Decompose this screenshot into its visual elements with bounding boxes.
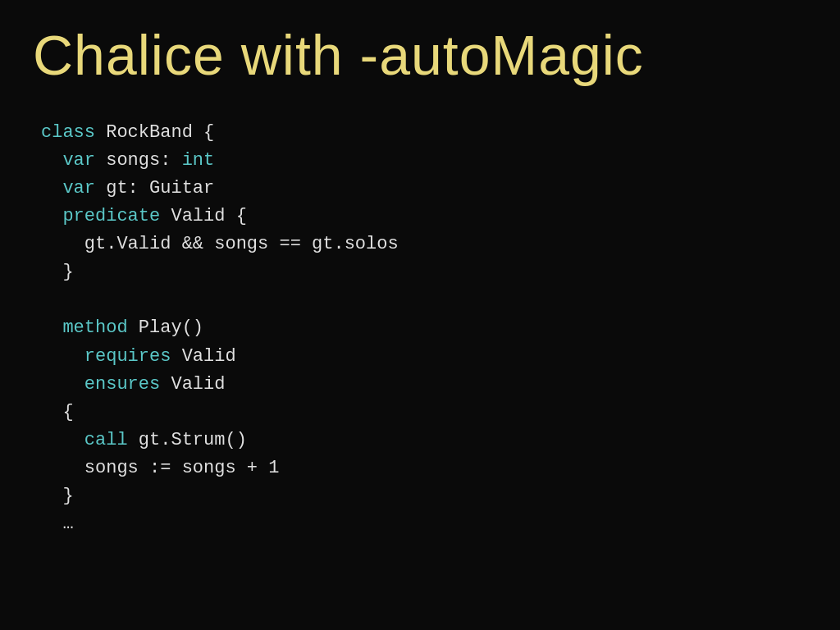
slide: Chalice with -autoMagic class RockBand {… (0, 0, 840, 630)
code-line-12: call gt.Strum() (41, 427, 807, 454)
keyword-predicate: predicate (62, 206, 160, 226)
indent (41, 430, 84, 450)
keyword-var-1: var (62, 150, 95, 171)
keyword-ensures: ensures (84, 374, 160, 395)
code-text: } (41, 262, 74, 282)
code-line-2: var songs: int (41, 147, 807, 175)
code-text: Valid (171, 346, 235, 367)
code-line-8: method Play() (41, 314, 807, 342)
indent (41, 178, 62, 199)
keyword-method: method (62, 317, 127, 338)
slide-title: Chalice with -autoMagic (33, 25, 807, 86)
code-text: } (41, 486, 74, 506)
indent (41, 150, 62, 171)
code-line-6: } (41, 258, 807, 286)
code-line-3: var gt: Guitar (41, 175, 807, 203)
code-line-14: } (41, 482, 807, 510)
code-text: gt.Strum() (128, 430, 247, 450)
code-text: RockBand { (95, 122, 214, 143)
keyword-call: call (84, 430, 128, 450)
code-text: Play() (128, 317, 203, 338)
code-line-5: gt.Valid && songs == gt.solos (41, 231, 807, 258)
keyword-class: class (41, 122, 95, 143)
code-text: gt.Valid && songs == gt.solos (41, 234, 399, 254)
code-text: gt: Guitar (95, 178, 214, 199)
code-line-9: requires Valid (41, 343, 807, 371)
indent (41, 374, 84, 395)
code-block: class RockBand { var songs: int var gt: … (33, 119, 807, 538)
code-line-15: … (41, 510, 807, 538)
code-text: { (41, 402, 74, 422)
indent (41, 346, 84, 367)
indent (41, 206, 62, 226)
code-line-4: predicate Valid { (41, 203, 807, 231)
code-line-10: ensures Valid (41, 371, 807, 399)
code-text: … (41, 514, 74, 534)
code-line-13: songs := songs + 1 (41, 454, 807, 482)
code-line-1: class RockBand { (41, 119, 807, 147)
keyword-var-2: var (62, 178, 95, 199)
code-text: Valid { (160, 206, 247, 226)
code-text: Valid (160, 374, 225, 395)
keyword-requires: requires (84, 346, 171, 367)
code-line-11: { (41, 399, 807, 427)
code-text: songs := songs + 1 (41, 458, 279, 478)
indent (41, 317, 62, 338)
code-line-7 (41, 286, 807, 314)
code-text: songs: (95, 150, 182, 171)
type-int: int (182, 150, 215, 171)
